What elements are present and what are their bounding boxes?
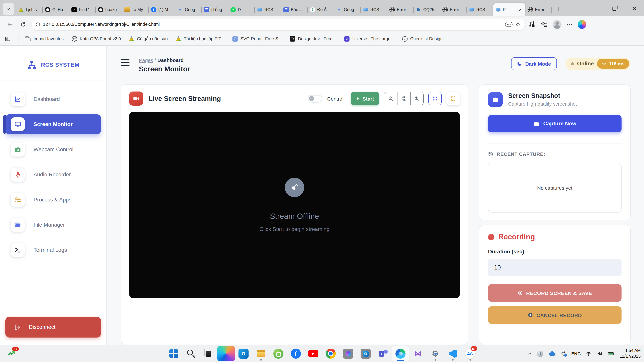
browser-tab[interactable]: Báo c xyxy=(281,3,308,16)
sidebar-item[interactable]: Webcam Control xyxy=(5,139,101,160)
browser-tab[interactable]: GitHu xyxy=(42,3,69,16)
browser-tab[interactable]: fit CQ25 xyxy=(414,3,440,16)
favorite-item[interactable]: Import favorites xyxy=(26,36,64,41)
taskbar-app[interactable]: ⚙ xyxy=(427,346,444,361)
favorites-list-icon[interactable] xyxy=(541,21,548,28)
fit-screen-button[interactable] xyxy=(397,92,410,105)
clock[interactable]: 1:54 AM 12/17/2025 xyxy=(620,348,641,360)
profile-avatar[interactable] xyxy=(553,20,562,29)
new-tab-button[interactable] xyxy=(553,3,564,15)
sidebar-item[interactable]: Process & Apps xyxy=(5,190,101,210)
taskbar-app[interactable] xyxy=(444,346,462,361)
volume-icon[interactable] xyxy=(597,351,603,357)
widgets-button[interactable]: 9+ xyxy=(5,347,20,361)
sidebar-item[interactable]: Dashboard xyxy=(5,89,101,109)
taskbar-app[interactable]: ⋈ xyxy=(409,346,427,361)
site-info-icon[interactable] xyxy=(36,22,40,27)
disconnect-button[interactable]: Disconnect xyxy=(5,317,101,338)
favorite-item[interactable]: Khtn GPA Portal-v2.0 xyxy=(72,36,121,41)
dark-mode-button[interactable]: Dark Mode xyxy=(511,57,556,70)
cancel-record-button[interactable]: CANCEL RECORD xyxy=(488,306,622,324)
expand-arrows-button[interactable] xyxy=(428,92,442,105)
start-stream-button[interactable]: Start xyxy=(351,92,379,105)
browser-tab[interactable]: RCS - xyxy=(360,3,387,16)
favorite-item[interactable]: ✓ Checklist Design... xyxy=(402,36,446,41)
browser-tab[interactable]: Ta Mỹ xyxy=(122,3,148,16)
browser-tab[interactable]: [Tổng xyxy=(202,3,228,16)
browser-tab[interactable]: 6 Đồ Á xyxy=(308,3,334,16)
taskbar-app[interactable] xyxy=(340,346,357,361)
browser-tab[interactable]: Lịch s xyxy=(16,3,42,16)
browser-tab[interactable]: RCS - xyxy=(254,3,281,16)
tab-search-button[interactable] xyxy=(3,3,14,15)
favorite-item[interactable]: REPO SVG Repo - Free S... xyxy=(232,36,282,41)
zoom-out-button[interactable] xyxy=(384,92,397,105)
taskbar-app[interactable] xyxy=(392,346,409,361)
browser-tab[interactable]: RCS - xyxy=(466,3,493,16)
favorite-item[interactable]: D Design.dev - Free... xyxy=(290,36,336,41)
taskbar-app[interactable]: ▶ xyxy=(304,346,322,361)
refresh-button[interactable] xyxy=(18,19,28,29)
sidebar-item[interactable]: File Manager xyxy=(5,215,101,235)
sidebar-panel-icon[interactable] xyxy=(5,36,11,42)
browser-tab[interactable]: ✦ Goog xyxy=(175,3,202,16)
browser-tab[interactable]: f (1) M xyxy=(148,3,175,16)
restore-button[interactable] xyxy=(605,0,624,16)
taskbar-app[interactable] xyxy=(322,346,340,361)
taskbar-app[interactable] xyxy=(217,346,235,361)
breadcrumb-current: Dashboard xyxy=(157,57,184,63)
taskbar-app[interactable]: Zalo 5+ xyxy=(462,346,479,361)
favorite-item[interactable]: Tài liệu học tập FIT... xyxy=(176,36,224,41)
favorite-item[interactable]: Có gắn dấu sao xyxy=(129,36,168,41)
tab-close-icon[interactable] xyxy=(518,7,523,12)
language-indicator[interactable]: ENG xyxy=(572,351,581,356)
copilot-icon[interactable] xyxy=(578,20,586,29)
favorite-star-icon[interactable] xyxy=(515,22,520,27)
taskbar-app[interactable]: f xyxy=(287,346,304,361)
browser-tab[interactable]: ✦ Goog xyxy=(334,3,360,16)
browser-tab[interactable]: ≈ D xyxy=(228,3,254,16)
battery-icon[interactable] xyxy=(608,350,615,357)
tray-app-icon[interactable]: i xyxy=(537,351,544,357)
tab-title: RCS - xyxy=(264,7,279,12)
browser-menu-icon[interactable] xyxy=(567,24,572,25)
browser-tab[interactable]: Error xyxy=(387,3,414,16)
duration-input[interactable] xyxy=(488,259,622,276)
browser-tab[interactable]: hoazg xyxy=(96,3,122,16)
taskbar-app[interactable] xyxy=(252,346,270,361)
control-toggle[interactable] xyxy=(308,95,322,102)
minimize-button[interactable] xyxy=(586,0,605,16)
record-screen-button[interactable]: RECORD SCREEN & SAVE xyxy=(488,284,622,302)
browser-tab[interactable]: R xyxy=(493,3,525,16)
address-bar[interactable]: 127.0.0.1:5500/ComputerNetworkingProj/Cl… xyxy=(32,18,524,30)
media-playing-icon[interactable] xyxy=(528,21,535,28)
close-button[interactable] xyxy=(624,0,644,16)
browser-tab[interactable]: Error xyxy=(440,3,466,16)
taskbar-app[interactable]: O xyxy=(235,346,252,361)
sidebar-item[interactable]: Terminal Logs xyxy=(5,240,101,260)
back-button[interactable] xyxy=(5,19,15,29)
taskbar-app[interactable] xyxy=(165,346,182,361)
sidebar-item[interactable]: Screen Monitor xyxy=(5,114,101,134)
wifi-icon[interactable] xyxy=(586,351,592,357)
browser-tab[interactable]: ♪ Find ' xyxy=(69,3,96,16)
browser-tab[interactable]: Error xyxy=(525,3,552,16)
zoom-in-button[interactable] xyxy=(410,92,423,105)
fullscreen-button[interactable] xyxy=(446,92,460,105)
tray-chevron-up-icon[interactable] xyxy=(528,351,532,356)
taskbar-app[interactable] xyxy=(357,346,374,361)
capture-now-button[interactable]: Capture Now xyxy=(488,115,622,132)
stream-viewport[interactable]: Stream Offline Click Start to begin stre… xyxy=(129,112,460,298)
onedrive-icon[interactable] xyxy=(548,350,556,357)
app-open-indicator xyxy=(452,359,454,361)
taskbar-app[interactable] xyxy=(182,346,200,361)
taskbar-app[interactable] xyxy=(374,346,392,361)
sidebar-item[interactable]: Audio Recorder xyxy=(5,165,101,185)
taskbar-app[interactable] xyxy=(200,346,217,361)
favorite-item[interactable]: UI Uiverse | The Large... xyxy=(344,36,394,41)
taskbar-app[interactable] xyxy=(270,346,287,361)
menu-toggle-icon[interactable] xyxy=(121,59,130,66)
split-screen-icon[interactable] xyxy=(505,22,512,27)
breadcrumb-pages-link[interactable]: Pages xyxy=(139,57,153,63)
sync-icon[interactable] xyxy=(561,351,566,356)
